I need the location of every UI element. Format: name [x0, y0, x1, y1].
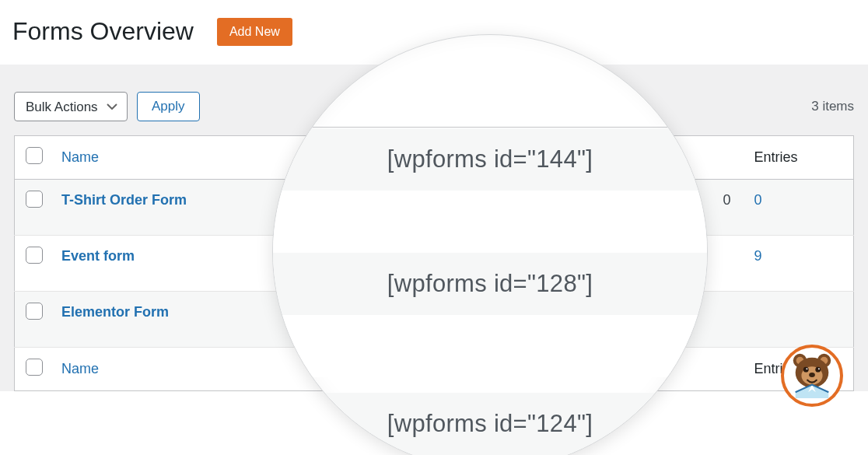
magnified-shortcode: [wpforms id="128"] — [273, 253, 707, 315]
page-title: Forms Overview — [12, 17, 194, 46]
form-name-link[interactable]: Event form — [61, 248, 135, 264]
row-checkbox[interactable] — [26, 247, 43, 264]
select-all-checkbox[interactable] — [26, 147, 43, 164]
row-checkbox[interactable] — [26, 191, 43, 208]
svg-point-6 — [803, 367, 809, 373]
row-checkbox[interactable] — [26, 303, 43, 320]
entries-link[interactable]: 0 — [754, 192, 762, 208]
svg-point-7 — [815, 367, 821, 373]
svg-point-8 — [806, 368, 807, 369]
form-name-link[interactable]: Elementor Form — [61, 304, 169, 320]
column-entries-header: Entries — [745, 136, 854, 180]
entries-link[interactable]: 9 — [754, 248, 762, 264]
svg-point-10 — [809, 373, 815, 377]
apply-button[interactable]: Apply — [137, 92, 200, 121]
svg-point-9 — [818, 368, 820, 369]
toolbar-left: Bulk Actions Apply — [14, 92, 200, 121]
magnified-shortcode: [wpforms id="144"] — [273, 128, 707, 191]
magnified-shortcode: [wpforms id="124"] — [273, 393, 707, 455]
bear-icon — [788, 350, 836, 401]
help-mascot-button[interactable] — [781, 345, 843, 407]
item-count: 3 items — [811, 99, 854, 114]
partial-digit: 0 — [723, 192, 735, 208]
magnifier-overlay: [wpforms id="144"] [wpforms id="128"] [w… — [272, 34, 708, 455]
bulk-actions-select[interactable]: Bulk Actions — [14, 92, 128, 121]
add-new-button[interactable]: Add New — [217, 18, 292, 46]
form-name-link[interactable]: T-Shirt Order Form — [61, 192, 187, 208]
select-all-checkbox-footer[interactable] — [26, 359, 43, 376]
